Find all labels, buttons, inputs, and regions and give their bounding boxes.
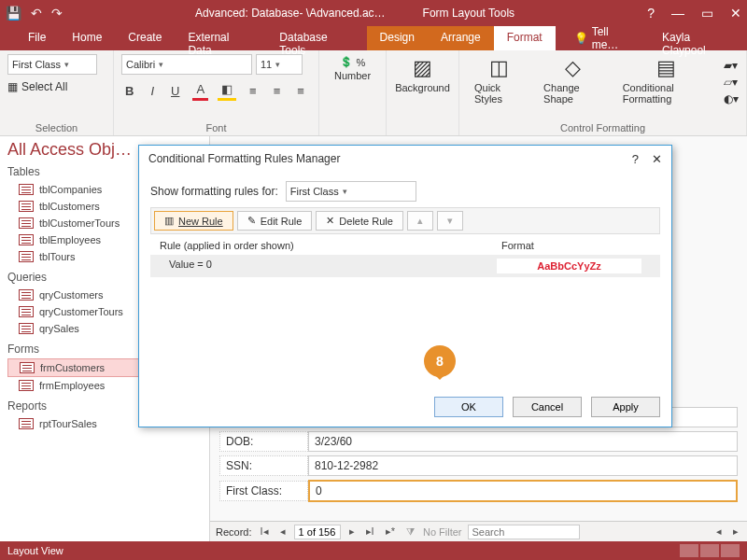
- table-icon: [19, 234, 34, 245]
- query-icon: [19, 306, 34, 317]
- tab-design[interactable]: Design: [367, 26, 428, 50]
- background-button[interactable]: ▨Background: [394, 54, 451, 95]
- tab-create[interactable]: Create: [115, 26, 175, 50]
- query-icon: [19, 289, 34, 301]
- edit-icon: ✎: [247, 215, 256, 227]
- group-font-label: Font: [121, 122, 311, 133]
- minimize-icon[interactable]: —: [671, 6, 684, 21]
- image-icon: ▨: [413, 56, 432, 80]
- fill-color-button[interactable]: ◧: [218, 80, 236, 101]
- chevron-down-icon: ▾: [343, 187, 347, 196]
- prev-record-button[interactable]: ◂: [277, 525, 289, 538]
- group-control-formatting-label: Control Formatting: [467, 122, 739, 133]
- record-position-input[interactable]: [294, 525, 341, 539]
- tab-format[interactable]: Format: [494, 26, 556, 50]
- shape-fill-button[interactable]: ▰▾: [724, 59, 739, 72]
- shape-outline-button[interactable]: ▱▾: [724, 76, 739, 89]
- dialog-close-icon[interactable]: ✕: [652, 152, 662, 166]
- rule-description: Value = 0: [169, 259, 497, 273]
- filter-icon[interactable]: ⧩: [403, 525, 417, 538]
- field-label-firstclass: First Class:: [219, 481, 308, 501]
- new-record-button[interactable]: ▸*: [383, 525, 398, 538]
- ribbon-tabs: File Home Create External Data Database …: [0, 26, 747, 50]
- undo-icon[interactable]: ↶: [31, 6, 42, 21]
- field-label-ssn: SSN:: [219, 455, 308, 476]
- bulb-icon: 💡: [574, 32, 588, 45]
- align-right-button[interactable]: ≡: [293, 82, 308, 100]
- show-rules-for-combo[interactable]: First Class▾: [286, 181, 416, 202]
- redo-icon[interactable]: ↷: [51, 6, 63, 21]
- context-tab-title: Form Layout Tools: [423, 7, 515, 20]
- table-icon: [19, 217, 34, 229]
- help-icon[interactable]: ?: [647, 6, 655, 21]
- first-record-button[interactable]: I◂: [258, 525, 272, 538]
- search-input[interactable]: [468, 525, 580, 539]
- scroll-left-button[interactable]: ◂: [713, 525, 725, 538]
- selection-field-combo[interactable]: First Class▾: [7, 54, 97, 75]
- field-value-ssn[interactable]: 810-12-2982: [308, 455, 738, 476]
- quick-styles-button[interactable]: ◫Quick Styles: [467, 54, 530, 106]
- tab-arrange[interactable]: Arrange: [428, 26, 494, 50]
- scroll-right-button[interactable]: ▸: [730, 525, 741, 538]
- move-up-button[interactable]: ▴: [407, 211, 433, 231]
- conditional-formatting-button[interactable]: ▤Conditional Formatting: [615, 54, 718, 106]
- font-color-button[interactable]: A: [192, 80, 208, 101]
- new-rule-button[interactable]: ▥New Rule: [154, 211, 233, 231]
- next-record-button[interactable]: ▸: [346, 525, 358, 538]
- dialog-help-icon[interactable]: ?: [632, 152, 639, 166]
- tab-external-data[interactable]: External Data: [175, 26, 266, 50]
- quick-access-toolbar: 💾 ↶ ↷: [6, 6, 63, 21]
- delete-icon: ✕: [326, 215, 334, 227]
- close-icon[interactable]: ✕: [730, 6, 741, 21]
- form-view-button[interactable]: [680, 544, 698, 557]
- shape-effects-button[interactable]: ◐▾: [724, 92, 739, 105]
- edit-rule-button[interactable]: ✎Edit Rule: [237, 211, 313, 231]
- font-size-combo[interactable]: 11▾: [256, 54, 303, 75]
- number-format-button[interactable]: 💲% Number: [327, 54, 378, 83]
- column-rule-header: Rule (applied in order shown): [160, 240, 501, 251]
- new-rule-icon: ▥: [164, 215, 174, 227]
- select-all-button[interactable]: Select All: [21, 80, 67, 93]
- currency-icon: 💲: [340, 56, 353, 68]
- rule-row[interactable]: Value = 0 AaBbCcYyZz: [150, 255, 660, 277]
- ok-button[interactable]: OK: [434, 397, 503, 417]
- tell-me[interactable]: 💡Tell me…: [561, 26, 649, 50]
- tab-file[interactable]: File: [15, 26, 59, 50]
- report-icon: [19, 418, 34, 429]
- last-record-button[interactable]: ▸I: [363, 525, 377, 538]
- tab-database-tools[interactable]: Database Tools: [266, 26, 366, 50]
- styles-icon: ◫: [489, 56, 509, 80]
- table-icon: [19, 184, 34, 195]
- move-down-button[interactable]: ▾: [437, 211, 463, 231]
- shape-icon: ◇: [565, 56, 581, 80]
- align-left-button[interactable]: ≡: [246, 82, 261, 100]
- layout-view-button[interactable]: [700, 544, 719, 557]
- show-rules-for-label: Show formatting rules for:: [150, 185, 278, 198]
- field-value-dob[interactable]: 3/23/60: [308, 431, 738, 452]
- bold-button[interactable]: B: [121, 82, 137, 100]
- tab-home[interactable]: Home: [59, 26, 115, 50]
- window-title: Advanced: Database- \Advanced.ac…: [195, 7, 385, 20]
- rule-format-preview: AaBbCcYyZz: [497, 259, 641, 273]
- change-shape-button[interactable]: ◇Change Shape: [536, 54, 610, 106]
- field-value-firstclass[interactable]: 0: [308, 480, 738, 502]
- underline-button[interactable]: U: [167, 82, 183, 100]
- design-view-button[interactable]: [721, 544, 740, 557]
- table-icon: [19, 251, 34, 262]
- delete-rule-button[interactable]: ✕Delete Rule: [316, 211, 402, 231]
- apply-button[interactable]: Apply: [591, 397, 660, 417]
- record-label: Record:: [216, 526, 252, 538]
- title-bar: 💾 ↶ ↷ Advanced: Database- \Advanced.ac… …: [0, 0, 747, 26]
- align-center-button[interactable]: ≡: [270, 82, 285, 100]
- save-icon[interactable]: 💾: [6, 6, 21, 21]
- rules-toolbar: ▥New Rule ✎Edit Rule ✕Delete Rule ▴ ▾: [150, 207, 660, 234]
- step-callout: 8: [424, 345, 456, 377]
- percent-icon: %: [357, 57, 366, 68]
- cancel-button[interactable]: Cancel: [513, 397, 582, 417]
- cond-format-icon: ▤: [656, 56, 676, 80]
- restore-icon[interactable]: ▭: [701, 6, 713, 21]
- conditional-formatting-dialog: Conditional Formatting Rules Manager ? ✕…: [138, 145, 672, 427]
- italic-button[interactable]: I: [147, 82, 158, 100]
- font-name-combo[interactable]: Calibri▾: [121, 54, 252, 75]
- user-name[interactable]: Kayla Claypool: [649, 26, 747, 50]
